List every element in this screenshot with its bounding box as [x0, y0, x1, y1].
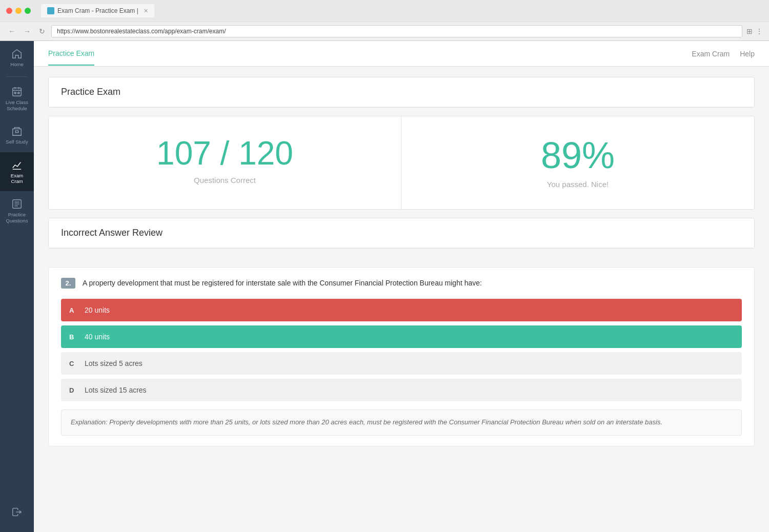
answer-option-a[interactable]: A 20 units: [61, 299, 742, 321]
svg-rect-7: [15, 131, 18, 133]
top-nav-links: Exam Cram Help: [692, 50, 755, 58]
tab-close-icon[interactable]: ✕: [144, 8, 148, 14]
sidebar-bottom: [7, 499, 27, 532]
titlebar: Exam Cram - Practice Exam | ✕: [0, 0, 769, 22]
sidebar-practice-label: Practice Questions: [4, 212, 30, 223]
score-percent-card: 89% You passed. Nice!: [401, 116, 755, 210]
sidebar-divider-1: [7, 76, 27, 77]
page-title: Practice Exam: [61, 87, 742, 97]
score-percent-label: You passed. Nice!: [414, 180, 742, 189]
sidebar-item-home[interactable]: Home: [0, 41, 34, 74]
reload-button[interactable]: ↻: [37, 26, 47, 36]
answer-letter-d: D: [69, 386, 77, 394]
sidebar: Home Live Class Schedule Self Study: [0, 41, 34, 532]
score-correct-label: Questions Correct: [61, 176, 389, 185]
page-content: Practice Exam 107 / 120 Questions Correc…: [34, 67, 769, 467]
svg-rect-5: [18, 92, 19, 94]
list-icon: [11, 198, 23, 210]
browser-toolbar: ← → ↻ ⊞ ⋮: [0, 22, 769, 40]
svg-rect-6: [13, 129, 22, 136]
answer-letter-c: C: [69, 360, 77, 367]
review-section-header: Incorrect Answer Review: [49, 218, 754, 248]
grid-icon: ⊞: [746, 27, 753, 35]
logout-icon: [11, 506, 23, 518]
tab-favicon: [47, 7, 54, 14]
question-item-1: 2. A property development that must be r…: [48, 267, 755, 446]
traffic-lights: [6, 8, 31, 14]
sidebar-self-study-label: Self Study: [6, 139, 28, 145]
answer-letter-b: B: [69, 333, 77, 341]
section-header-title: Practice Exam: [49, 77, 754, 107]
browser-chrome: Exam Cram - Practice Exam | ✕ ← → ↻ ⊞ ⋮: [0, 0, 769, 41]
answer-options-1: A 20 units B 40 units C Lots sized 5 acr…: [49, 299, 754, 410]
back-button[interactable]: ←: [6, 26, 17, 36]
score-correct-card: 107 / 120 Questions Correct: [48, 116, 401, 210]
answer-text-c: Lots sized 5 acres: [85, 359, 143, 367]
question-header-1: 2. A property development that must be r…: [49, 268, 754, 299]
building-icon: [11, 126, 23, 137]
explanation-1: Explanation: Property developments with …: [61, 410, 742, 436]
question-section: 2. A property development that must be r…: [48, 257, 755, 457]
sidebar-live-class-label: Live Class Schedule: [4, 99, 30, 111]
sidebar-home-label: Home: [10, 62, 23, 67]
svg-rect-0: [13, 88, 22, 96]
answer-text-d: Lots sized 15 acres: [85, 386, 147, 394]
toolbar-icons: ⊞ ⋮: [746, 27, 763, 35]
main-content: Practice Exam Exam Cram Help Practice Ex…: [34, 41, 769, 532]
address-bar[interactable]: [51, 25, 742, 37]
menu-icon: ⋮: [756, 27, 763, 35]
answer-option-b[interactable]: B 40 units: [61, 325, 742, 348]
maximize-button[interactable]: [25, 8, 31, 14]
app-container: Home Live Class Schedule Self Study: [0, 41, 769, 532]
sidebar-item-logout[interactable]: [7, 499, 27, 525]
sidebar-item-practice-questions[interactable]: Practice Questions: [0, 191, 34, 231]
score-correct-value: 107 / 120: [61, 137, 389, 170]
sidebar-item-self-study[interactable]: Self Study: [0, 118, 34, 152]
answer-text-b: 40 units: [85, 333, 110, 341]
score-percent-value: 89%: [414, 137, 742, 174]
answer-letter-a: A: [69, 306, 77, 314]
minimize-button[interactable]: [15, 8, 22, 14]
answer-text-a: 20 units: [85, 306, 110, 314]
review-section-title: Incorrect Answer Review: [61, 228, 742, 238]
tab-practice-exam[interactable]: Practice Exam: [48, 42, 94, 66]
title-card: Practice Exam: [48, 77, 755, 108]
sidebar-exam-cram-label: Exam Cram: [4, 173, 30, 185]
forward-button[interactable]: →: [22, 26, 33, 36]
svg-rect-4: [14, 92, 16, 94]
nav-link-exam-cram[interactable]: Exam Cram: [692, 50, 730, 58]
question-number-1: 2.: [61, 278, 75, 289]
answer-option-c[interactable]: C Lots sized 5 acres: [61, 352, 742, 375]
top-nav: Practice Exam Exam Cram Help: [34, 41, 769, 67]
score-grid: 107 / 120 Questions Correct 89% You pass…: [48, 116, 755, 210]
home-icon: [11, 48, 23, 59]
question-text-1: A property development that must be regi…: [83, 278, 482, 289]
nav-link-help[interactable]: Help: [740, 50, 755, 58]
close-button[interactable]: [6, 8, 12, 14]
sidebar-item-live-class[interactable]: Live Class Schedule: [0, 79, 34, 118]
answer-option-d[interactable]: D Lots sized 15 acres: [61, 379, 742, 401]
review-section-card: Incorrect Answer Review: [48, 218, 755, 249]
tab-title: Exam Cram - Practice Exam |: [57, 7, 138, 14]
sidebar-item-exam-cram[interactable]: Exam Cram: [0, 152, 34, 192]
browser-tab[interactable]: Exam Cram - Practice Exam | ✕: [41, 4, 154, 17]
calendar-icon: [11, 86, 23, 97]
chart-icon: [11, 159, 23, 171]
top-nav-tabs: Practice Exam: [48, 42, 94, 66]
